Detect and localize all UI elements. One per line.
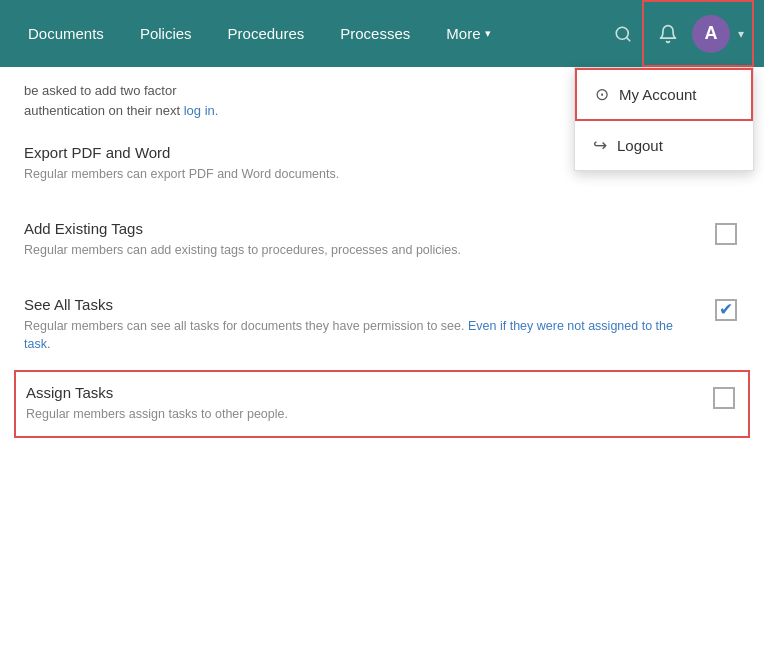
assign-tasks-checkbox[interactable] — [710, 384, 738, 412]
see-all-tasks-checkbox[interactable]: ✔ — [712, 296, 740, 324]
nav-procedures[interactable]: Procedures — [210, 0, 323, 67]
navbar: Documents Policies Procedures Processes … — [0, 0, 764, 67]
nav-processes[interactable]: Processes — [322, 0, 428, 67]
add-existing-tags-title: Add Existing Tags — [24, 220, 692, 237]
see-all-tasks-row: See All Tasks Regular members can see al… — [24, 276, 740, 371]
more-chevron-icon: ▾ — [485, 27, 491, 40]
bell-icon — [658, 24, 678, 44]
search-button[interactable] — [604, 0, 642, 67]
add-existing-tags-checkbox[interactable] — [712, 220, 740, 248]
account-area: A ▾ — [642, 0, 754, 67]
logout-menu-item[interactable]: ↪ Logout — [575, 121, 753, 170]
partial-text-line2: authentication on their next log in. — [24, 103, 218, 118]
notifications-button[interactable] — [648, 2, 688, 65]
account-circle-icon: ⊙ — [595, 84, 609, 105]
assign-tasks-desc: Regular members assign tasks to other pe… — [26, 405, 690, 424]
logout-icon: ↪ — [593, 135, 607, 156]
avatar-chevron-icon[interactable]: ▾ — [734, 27, 748, 41]
see-all-tasks-link: Even if they were not assigned to the ta… — [24, 319, 673, 352]
assign-tasks-row: Assign Tasks Regular members assign task… — [14, 370, 750, 438]
nav-documents[interactable]: Documents — [10, 0, 122, 67]
svg-line-1 — [626, 37, 629, 40]
log-in-link[interactable]: log in. — [184, 103, 219, 118]
nav-more[interactable]: More ▾ — [428, 0, 508, 67]
see-all-tasks-title: See All Tasks — [24, 296, 692, 313]
my-account-menu-item[interactable]: ⊙ My Account — [575, 68, 753, 121]
logout-label: Logout — [617, 137, 663, 154]
add-existing-tags-desc: Regular members can add existing tags to… — [24, 241, 692, 260]
see-all-tasks-desc: Regular members can see all tasks for do… — [24, 317, 692, 355]
search-icon — [614, 25, 632, 43]
avatar-button[interactable]: A — [692, 15, 730, 53]
assign-tasks-title: Assign Tasks — [26, 384, 690, 401]
add-existing-tags-row: Add Existing Tags Regular members can ad… — [24, 200, 740, 276]
account-dropdown: ⊙ My Account ↪ Logout — [574, 67, 754, 171]
my-account-label: My Account — [619, 86, 697, 103]
nav-policies[interactable]: Policies — [122, 0, 210, 67]
